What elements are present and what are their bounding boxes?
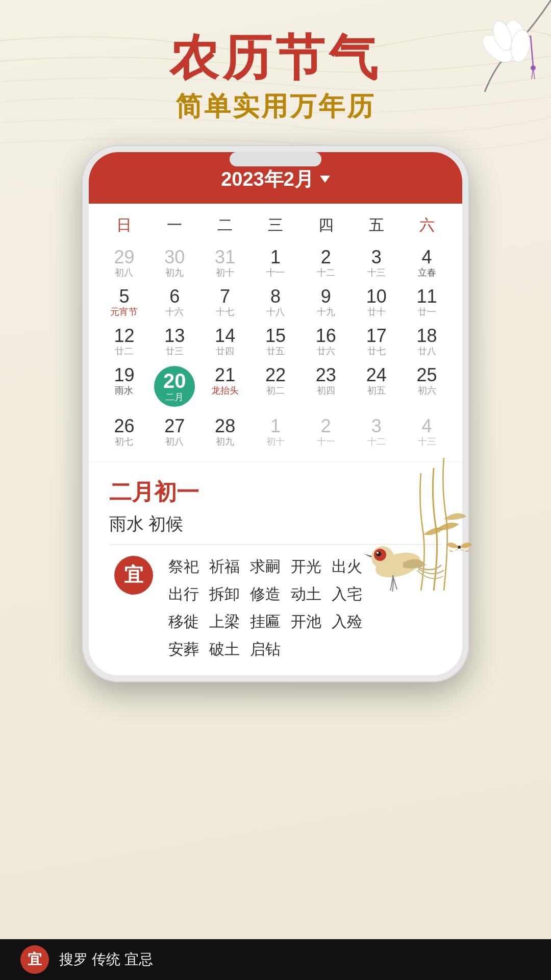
cal-cell-feb16[interactable]: 16 廿六 <box>300 322 351 361</box>
yi-item: 祭祀 <box>168 553 199 580</box>
cal-cell-feb5[interactable]: 5 元宵节 <box>99 282 149 322</box>
day-header-tue: 二 <box>200 212 251 239</box>
cal-cell-feb25[interactable]: 25 初六 <box>402 361 452 412</box>
bottom-bar-text: 搜罗 传统 宜忌 <box>59 950 153 969</box>
yi-badge: 宜 <box>114 556 153 595</box>
svg-point-14 <box>458 546 461 549</box>
yi-item: 求嗣 <box>250 553 281 580</box>
app-title-main: 农历节气 <box>0 31 551 85</box>
day-header-mon: 一 <box>149 212 200 239</box>
cal-cell-feb26[interactable]: 26 初七 <box>99 412 149 451</box>
cal-cell-mar4[interactable]: 4 十三 <box>402 412 452 451</box>
lunar-label: 初八 <box>101 268 147 277</box>
day-number: 29 <box>101 248 147 266</box>
calendar-grid: 29 初八 30 初九 31 初十 1 十一 2 十二 <box>89 243 462 461</box>
cal-cell-jan29[interactable]: 29 初八 <box>99 243 149 282</box>
yi-item: 出行 <box>168 580 199 608</box>
calendar-month-title[interactable]: 2023年2月 <box>109 166 442 192</box>
phone-mockup: 2023年2月 日 一 二 三 四 五 六 29 初八 <box>82 145 469 682</box>
yi-item: 破土 <box>209 635 240 663</box>
cal-cell-mar3[interactable]: 3 十二 <box>351 412 402 451</box>
cal-cell-feb23[interactable]: 23 初四 <box>300 361 351 412</box>
yi-item: 开池 <box>291 608 321 635</box>
cal-cell-feb14[interactable]: 14 廿四 <box>200 322 251 361</box>
bottom-bar: 宜 搜罗 传统 宜忌 <box>0 939 551 980</box>
yi-item: 拆卸 <box>209 580 240 608</box>
yi-item: 启钻 <box>250 635 281 663</box>
cal-cell-feb4[interactable]: 4 立春 <box>402 243 452 282</box>
title-section: 农历节气 简单实用万年历 <box>0 0 551 125</box>
cal-cell-feb18[interactable]: 18 廿八 <box>402 322 452 361</box>
cal-cell-feb6[interactable]: 6 十六 <box>149 282 200 322</box>
phone-shell: 2023年2月 日 一 二 三 四 五 六 29 初八 <box>82 145 469 682</box>
day-headers-row: 日 一 二 三 四 五 六 <box>89 204 462 243</box>
yi-item: 修造 <box>250 580 281 608</box>
yi-item: 开光 <box>291 553 321 580</box>
cal-cell-mar1[interactable]: 1 初十 <box>251 412 301 451</box>
yi-item: 祈福 <box>209 553 240 580</box>
day-header-wed: 三 <box>251 212 301 239</box>
yi-item: 动土 <box>291 580 321 608</box>
cal-cell-feb24[interactable]: 24 初五 <box>351 361 402 412</box>
month-dropdown-arrow[interactable] <box>320 176 330 183</box>
svg-point-12 <box>376 551 381 556</box>
cal-cell-feb12[interactable]: 12 廿二 <box>99 322 149 361</box>
cal-cell-feb17[interactable]: 17 廿七 <box>351 322 402 361</box>
app-title-sub: 简单实用万年历 <box>0 89 551 125</box>
cal-cell-feb13[interactable]: 13 廿三 <box>149 322 200 361</box>
yi-item: 挂匾 <box>250 608 281 635</box>
cal-cell-feb21[interactable]: 21 龙抬头 <box>200 361 251 412</box>
cal-cell-feb2[interactable]: 2 十二 <box>300 243 351 282</box>
yi-item: 安葬 <box>168 635 199 663</box>
yi-item: 上梁 <box>209 608 240 635</box>
cal-cell-feb1[interactable]: 1 十一 <box>251 243 301 282</box>
cal-cell-jan31[interactable]: 31 初十 <box>200 243 251 282</box>
cal-cell-feb28[interactable]: 28 初九 <box>200 412 251 451</box>
cal-cell-feb10[interactable]: 10 廿十 <box>351 282 402 322</box>
cal-cell-feb8[interactable]: 8 十八 <box>251 282 301 322</box>
cal-cell-feb9[interactable]: 9 十九 <box>300 282 351 322</box>
cal-cell-feb11[interactable]: 11 廿一 <box>402 282 452 322</box>
day-header-sun: 日 <box>99 212 149 239</box>
month-year-label: 2023年2月 <box>221 166 314 192</box>
yi-item: 移徙 <box>168 608 199 635</box>
cal-cell-feb15[interactable]: 15 廿五 <box>251 322 301 361</box>
cal-cell-feb22[interactable]: 22 初二 <box>251 361 301 412</box>
svg-point-13 <box>377 552 379 554</box>
day-header-sat: 六 <box>402 212 452 239</box>
day-header-fri: 五 <box>351 212 402 239</box>
cal-cell-feb27[interactable]: 27 初八 <box>149 412 200 451</box>
yi-item: 入殓 <box>332 608 362 635</box>
day-header-thu: 四 <box>300 212 351 239</box>
cal-cell-feb7[interactable]: 7 十七 <box>200 282 251 322</box>
cal-cell-jan30[interactable]: 30 初九 <box>149 243 200 282</box>
selected-date-circle: 20 二月 <box>154 366 195 407</box>
bottom-icon: 宜 <box>20 945 49 974</box>
cal-cell-feb3[interactable]: 3 十三 <box>351 243 402 282</box>
yi-items-grid: 祭祀 祈福 求嗣 开光 出火 出行 拆卸 修造 动土 入宅 移徙 上梁 挂匾 开… <box>168 553 362 663</box>
cal-cell-mar2[interactable]: 2 十一 <box>300 412 351 451</box>
bird-decoration <box>342 458 485 601</box>
cal-cell-feb19[interactable]: 19 雨水 <box>99 361 149 412</box>
cal-cell-feb20-selected[interactable]: 20 二月 <box>149 361 200 412</box>
